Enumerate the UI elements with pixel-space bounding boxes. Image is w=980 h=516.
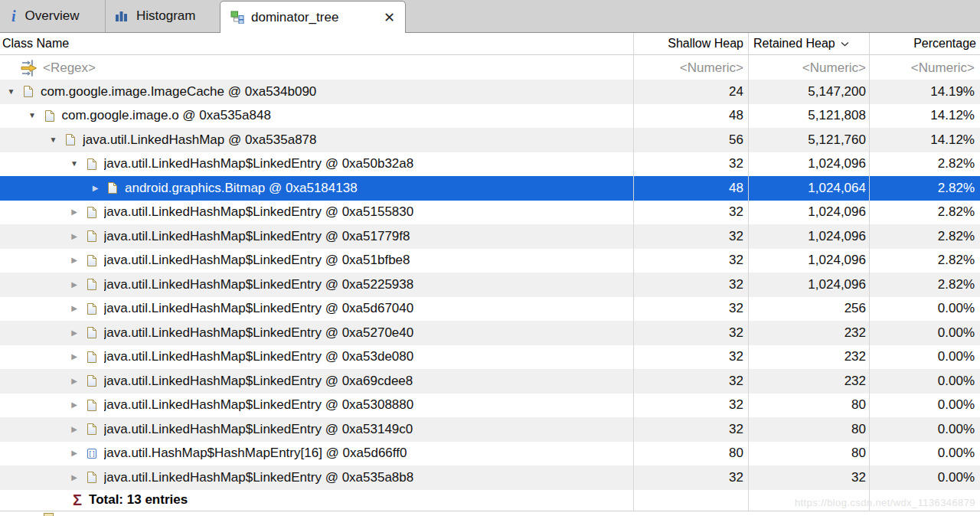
percentage-value: 2.82%: [870, 273, 980, 297]
expand-arrow-icon[interactable]: ▶: [70, 474, 80, 482]
shallow-heap-value: 32: [634, 369, 749, 394]
column-divider[interactable]: [633, 33, 634, 511]
expand-arrow-icon[interactable]: ▶: [90, 185, 100, 192]
object-label: java.util.LinkedHashMap$LinkedEntry @ 0x…: [104, 204, 414, 220]
tab-histogram[interactable]: Histogram: [106, 0, 219, 32]
collapse-arrow-icon[interactable]: ▼: [28, 112, 38, 119]
shallow-heap-value: 48: [634, 176, 749, 201]
object-label: com.google.image.ImageCache @ 0xa534b090: [41, 84, 316, 100]
tree-row[interactable]: ▶java.util.LinkedHashMap$LinkedEntry @ 0…: [0, 394, 980, 418]
expand-arrow-icon[interactable]: ▶: [70, 401, 80, 409]
tree-row[interactable]: ▶java.util.LinkedHashMap$LinkedEntry @ 0…: [0, 345, 980, 370]
expand-arrow-icon[interactable]: ▶: [70, 208, 80, 216]
shallow-heap-value: 32: [634, 345, 749, 370]
info-icon: i: [11, 8, 16, 24]
expand-arrow-icon[interactable]: ▶: [70, 426, 80, 433]
shallow-heap-value: 32: [634, 224, 749, 249]
object-instance-icon: [87, 374, 97, 387]
tree-row[interactable]: ▶java.util.LinkedHashMap$LinkedEntry @ 0…: [0, 201, 980, 225]
object-instance-icon: [87, 230, 97, 243]
shallow-heap-filter-input[interactable]: <Numeric>: [634, 60, 749, 76]
close-tab-icon[interactable]: ✕: [384, 11, 395, 24]
object-instance-icon: [87, 399, 97, 412]
retained-heap-value: 1,024,096: [749, 249, 870, 273]
expand-arrow-icon[interactable]: ▶: [70, 377, 80, 385]
retained-heap-value: 1,024,096: [749, 152, 870, 177]
object-label: java.util.HashMap$HashMapEntry[16] @ 0xa…: [104, 446, 407, 461]
retained-heap-value: 5,121,808: [749, 104, 870, 129]
tree-row[interactable]: ▼java.util.LinkedHashMap @ 0xa535a878565…: [0, 128, 980, 152]
filter-row: <Regex> <Numeric> <Numeric> <Numeric>: [0, 56, 980, 80]
retained-heap-value: 80: [749, 394, 870, 418]
retained-heap-filter-input[interactable]: <Numeric>: [749, 60, 870, 76]
tree-row[interactable]: ▶java.util.LinkedHashMap$LinkedEntry @ 0…: [0, 369, 980, 394]
retained-heap-value: 5,147,200: [749, 80, 870, 104]
object-label: java.util.LinkedHashMap$LinkedEntry @ 0x…: [104, 301, 414, 316]
expand-arrow-icon[interactable]: ▶: [70, 353, 80, 361]
sigma-icon: Σ: [73, 492, 82, 508]
tree-row[interactable]: ▶java.util.LinkedHashMap$LinkedEntry @ 0…: [0, 465, 980, 490]
tab-dominator-tree[interactable]: dominator_tree ✕: [220, 1, 406, 33]
retained-heap-value: 1,024,096: [749, 224, 870, 249]
tree-row[interactable]: ▼com.google.image.o @ 0xa535a848485,121,…: [0, 104, 980, 129]
tab-bar: i Overview Histogram: [0, 0, 980, 33]
percentage-value: 0.00%: [870, 321, 980, 345]
shallow-heap-value: 80: [634, 442, 749, 466]
object-instance-icon: [87, 278, 97, 291]
expand-arrow-icon[interactable]: ▶: [70, 233, 80, 240]
tree-row[interactable]: ▶java.util.LinkedHashMap$LinkedEntry @ 0…: [0, 224, 980, 249]
retained-heap-value: 232: [749, 369, 870, 394]
shallow-heap-value: 32: [634, 465, 749, 490]
percentage-filter-input[interactable]: <Numeric>: [870, 60, 980, 76]
shallow-heap-value: 56: [634, 128, 749, 152]
collapse-arrow-icon[interactable]: ▼: [6, 88, 16, 96]
expand-arrow-icon[interactable]: ▶: [70, 281, 80, 289]
tab-overview[interactable]: i Overview: [0, 0, 105, 32]
tree-row[interactable]: ▶[]java.util.HashMap$HashMapEntry[16] @ …: [0, 442, 980, 466]
expand-arrow-icon[interactable]: ▶: [70, 256, 80, 264]
retained-heap-value: 80: [749, 417, 870, 442]
array-instance-icon: []: [87, 447, 97, 459]
object-instance-icon: [87, 302, 97, 315]
object-label: com.google.image.o @ 0xa535a848: [62, 108, 271, 123]
expand-arrow-icon[interactable]: ▶: [70, 449, 80, 457]
tree-row[interactable]: ▶java.util.LinkedHashMap$LinkedEntry @ 0…: [0, 249, 980, 273]
column-header-class-name[interactable]: Class Name: [0, 37, 634, 51]
retained-heap-value: 1,024,096: [749, 201, 870, 225]
tab-overview-label: Overview: [25, 8, 80, 24]
column-divider[interactable]: [869, 33, 870, 511]
collapse-arrow-icon[interactable]: ▼: [70, 160, 80, 168]
expand-arrow-icon[interactable]: ▶: [70, 305, 80, 312]
tree-row[interactable]: ▶java.util.LinkedHashMap$LinkedEntry @ 0…: [0, 417, 980, 442]
percentage-value: 0.00%: [870, 369, 980, 394]
percentage-value: 0.00%: [870, 297, 980, 322]
percentage-value: 2.82%: [870, 201, 980, 225]
expand-arrow-icon[interactable]: ▶: [70, 329, 80, 337]
dominator-tree-icon: [230, 11, 244, 24]
percentage-value: 2.82%: [870, 152, 980, 177]
column-header-retained-heap[interactable]: Retained Heap: [749, 37, 870, 51]
class-name-filter-input[interactable]: <Regex>: [0, 59, 634, 77]
tree-row[interactable]: ▶android.graphics.Bitmap @ 0xa5184138481…: [0, 176, 980, 201]
object-instance-icon: [87, 206, 97, 219]
percentage-value: 14.12%: [870, 128, 980, 152]
column-header-shallow-heap[interactable]: Shallow Heap: [634, 37, 749, 51]
column-header-percentage[interactable]: Percentage: [870, 37, 980, 51]
svg-text:[]: []: [88, 451, 96, 458]
regex-filter-placeholder: <Regex>: [43, 60, 96, 76]
tree-row[interactable]: ▼java.util.LinkedHashMap$LinkedEntry @ 0…: [0, 152, 980, 177]
shallow-heap-value: 32: [634, 394, 749, 418]
percentage-value: 2.82%: [870, 249, 980, 273]
object-label: java.util.LinkedHashMap$LinkedEntry @ 0x…: [104, 470, 414, 485]
filter-icon: [20, 59, 40, 77]
column-divider[interactable]: [748, 33, 749, 511]
collapse-arrow-icon[interactable]: ▼: [48, 136, 58, 144]
percentage-value: 0.00%: [870, 442, 980, 466]
tree-row[interactable]: ▼com.google.image.ImageCache @ 0xa534b09…: [0, 80, 980, 104]
percentage-value: 0.00%: [870, 417, 980, 442]
tree-row[interactable]: ▶java.util.LinkedHashMap$LinkedEntry @ 0…: [0, 273, 980, 297]
tree-row[interactable]: ▶java.util.LinkedHashMap$LinkedEntry @ 0…: [0, 297, 980, 322]
tab-dominator-tree-label: dominator_tree: [251, 10, 338, 25]
tree-row[interactable]: ▶java.util.LinkedHashMap$LinkedEntry @ 0…: [0, 321, 980, 345]
percentage-value: 0.00%: [870, 394, 980, 418]
